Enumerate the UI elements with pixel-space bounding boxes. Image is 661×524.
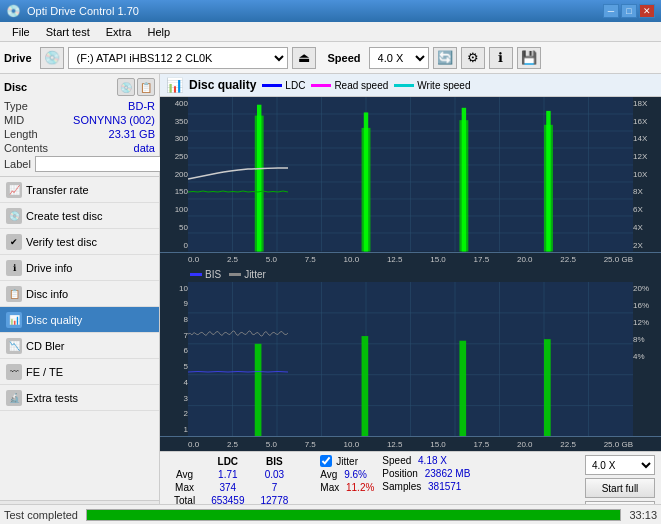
disc-panel: Disc 💿 📋 Type BD-R MID SONYNN3 (002) Len… <box>0 74 159 177</box>
chart1-plot <box>188 97 633 252</box>
status-text: Test completed <box>4 509 78 521</box>
chart2-x-axis: 0.0 2.5 5.0 7.5 10.0 12.5 15.0 17.5 20.0… <box>160 437 661 451</box>
extra-tests-icon: 🔬 <box>6 390 22 406</box>
speed-dropdown[interactable]: 4.0 X <box>585 455 655 475</box>
nav-extra-tests-label: Extra tests <box>26 392 78 404</box>
disc-label-input[interactable] <box>35 156 168 172</box>
samples-val: 381571 <box>428 481 461 492</box>
minimize-button[interactable]: ─ <box>603 4 619 18</box>
disc-contents-row: Contents data <box>4 142 155 154</box>
jitter-checkbox[interactable] <box>320 455 332 467</box>
sidebar-item-transfer-rate[interactable]: 📈 Transfer rate <box>0 177 159 203</box>
speed-col-label: Speed <box>382 455 411 466</box>
menu-file[interactable]: File <box>4 24 38 40</box>
cd-bler-icon: 📉 <box>6 338 22 354</box>
disc-title: Disc <box>4 81 27 93</box>
nav-cd-bler-label: CD Bler <box>26 340 65 352</box>
stats-avg-ldc: 1.71 <box>203 468 252 481</box>
legend-write-color <box>394 84 414 87</box>
quality-title: Disc quality <box>189 78 256 92</box>
position-row: Position 23862 MB <box>382 468 470 479</box>
close-button[interactable]: ✕ <box>639 4 655 18</box>
chart1-y-left: 400 350 300 250 200 150 100 50 0 <box>160 97 188 252</box>
sidebar-item-disc-quality[interactable]: 📊 Disc quality <box>0 307 159 333</box>
sidebar-item-cd-bler[interactable]: 📉 CD Bler <box>0 333 159 359</box>
sidebar-item-fe-te[interactable]: 〰 FE / TE <box>0 359 159 385</box>
max-jitter-label: Max <box>320 482 339 493</box>
stats-max-label: Max <box>166 481 203 494</box>
status-time: 33:13 <box>629 509 657 521</box>
info-btn[interactable]: ℹ <box>489 47 513 69</box>
legend-jitter-label: Jitter <box>244 269 266 280</box>
svg-rect-43 <box>544 339 551 436</box>
max-jitter-val: 11.2% <box>346 482 374 493</box>
window-controls[interactable]: ─ □ ✕ <box>603 4 655 18</box>
stats-avg-row: Avg 1.71 0.03 <box>166 468 312 481</box>
disc-icon-btn2[interactable]: 📋 <box>137 78 155 96</box>
refresh-btn[interactable]: 🔄 <box>433 47 457 69</box>
disc-icon-btn1[interactable]: 💿 <box>117 78 135 96</box>
legend-bis-label: BIS <box>205 269 221 280</box>
legend-write-label: Write speed <box>417 80 470 91</box>
stats-bis-header: BIS <box>253 455 297 468</box>
disc-contents-label: Contents <box>4 142 48 154</box>
chart1-x-axis: 0.0 2.5 5.0 7.5 10.0 12.5 15.0 17.5 20.0… <box>160 253 661 267</box>
menu-help[interactable]: Help <box>139 24 178 40</box>
drive-icon-btn[interactable]: 💿 <box>40 47 64 69</box>
start-full-btn[interactable]: Start full <box>585 478 655 498</box>
sidebar-item-drive-info[interactable]: ℹ Drive info <box>0 255 159 281</box>
legend-write-speed: Write speed <box>394 80 470 91</box>
svg-rect-41 <box>362 336 369 436</box>
chart2-plot <box>188 282 633 437</box>
legend-read-color <box>311 84 331 87</box>
disc-label-label: Label <box>4 158 31 170</box>
speed-select[interactable]: 4.0 X <box>369 47 429 69</box>
disc-type-row: Type BD-R <box>4 100 155 112</box>
stats-avg-label: Avg <box>166 468 203 481</box>
jitter-label: Jitter <box>336 456 358 467</box>
progress-bar-fill <box>87 510 620 520</box>
position-val: 23862 MB <box>425 468 471 479</box>
samples-label: Samples <box>382 481 421 492</box>
stats-max-row: Max 374 7 <box>166 481 312 494</box>
svg-rect-23 <box>462 108 466 252</box>
svg-rect-40 <box>255 343 262 436</box>
speed-section: Speed 4.18 X Position 23862 MB Samples 3… <box>382 455 470 492</box>
disc-length-label: Length <box>4 128 38 140</box>
chart2-y-left: 10 9 8 7 6 5 4 3 2 1 <box>160 282 188 437</box>
toolbar: Drive 💿 (F:) ATAPI iHBS112 2 CL0K ⏏ Spee… <box>0 42 661 74</box>
menubar: File Start test Extra Help <box>0 22 661 42</box>
disc-length-value: 23.31 GB <box>109 128 155 140</box>
charts-area: 400 350 300 250 200 150 100 50 0 18X 16X… <box>160 97 661 451</box>
drive-select[interactable]: (F:) ATAPI iHBS112 2 CL0K <box>68 47 288 69</box>
svg-rect-25 <box>546 111 550 252</box>
chart-ldc: 400 350 300 250 200 150 100 50 0 18X 16X… <box>160 97 661 253</box>
menu-start-test[interactable]: Start test <box>38 24 98 40</box>
sidebar-item-verify-test-disc[interactable]: ✔ Verify test disc <box>0 229 159 255</box>
menu-extra[interactable]: Extra <box>98 24 140 40</box>
jitter-check-row: Jitter <box>320 455 374 467</box>
disc-mid-label: MID <box>4 114 24 126</box>
disc-header: Disc 💿 📋 <box>4 78 155 96</box>
sidebar-item-create-test-disc[interactable]: 💿 Create test disc <box>0 203 159 229</box>
legend-ldc-color <box>262 84 282 87</box>
disc-length-row: Length 23.31 GB <box>4 128 155 140</box>
legend-ldc-label: LDC <box>285 80 305 91</box>
disc-label-row: Label 🔍 <box>4 156 155 172</box>
legend-bis-color <box>190 273 202 276</box>
maximize-button[interactable]: □ <box>621 4 637 18</box>
sidebar-item-disc-info[interactable]: 📋 Disc info <box>0 281 159 307</box>
settings-btn[interactable]: ⚙ <box>461 47 485 69</box>
max-jitter-row: Max 11.2% <box>320 482 374 493</box>
nav-transfer-rate-label: Transfer rate <box>26 184 89 196</box>
nav-disc-info-label: Disc info <box>26 288 68 300</box>
chart2-legend: BIS Jitter <box>160 267 661 282</box>
eject-btn[interactable]: ⏏ <box>292 47 316 69</box>
titlebar: 💿 Opti Drive Control 1.70 ─ □ ✕ <box>0 0 661 22</box>
nav-verify-disc-label: Verify test disc <box>26 236 97 248</box>
disc-mid-row: MID SONYNN3 (002) <box>4 114 155 126</box>
sidebar-item-extra-tests[interactable]: 🔬 Extra tests <box>0 385 159 411</box>
stats-max-ldc: 374 <box>203 481 252 494</box>
save-btn[interactable]: 💾 <box>517 47 541 69</box>
drive-label: Drive <box>4 52 32 64</box>
